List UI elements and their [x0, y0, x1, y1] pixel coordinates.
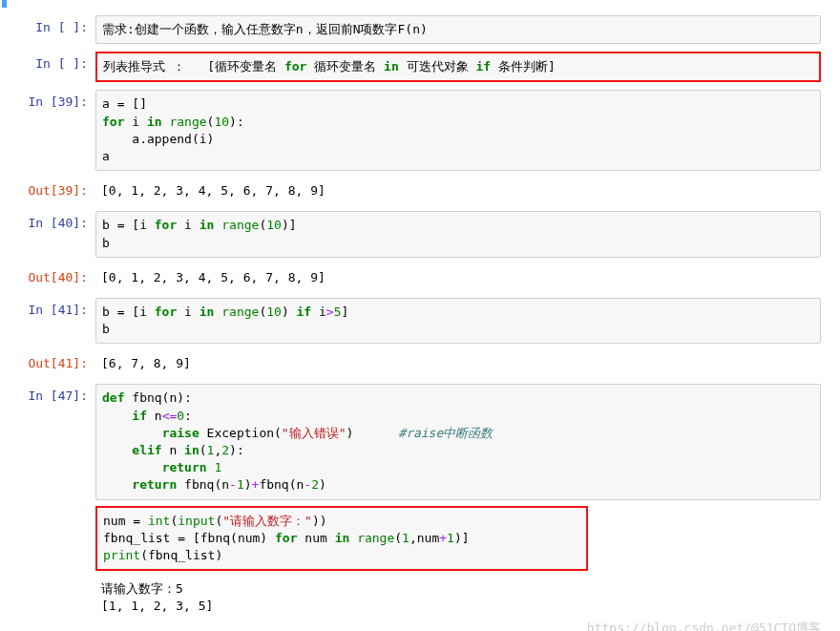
notebook: In [ ]:需求:创建一个函数，输入任意数字n，返回前N项数字F(n)In […: [0, 0, 840, 631]
cell: Out[41]:[6, 7, 8, 9]: [0, 349, 840, 378]
code-input[interactable]: 需求:创建一个函数，输入任意数字n，返回前N项数字F(n): [95, 15, 821, 44]
input-wrapper: 列表推导式 ： [循环变量名 for 循环变量名 in 可迭代对象 if 条件判…: [95, 52, 830, 82]
top-bar: [2, 0, 837, 8]
cell: In [39]:a = []for i in range(10): a.appe…: [0, 88, 840, 173]
code-input[interactable]: b = [i for i in range(10) if i>5]b: [95, 298, 821, 344]
input-wrapper: b = [i for i in range(10) if i>5]b: [95, 298, 830, 344]
input-prompt: In [41]:: [0, 298, 95, 323]
output-area: [0, 1, 2, 3, 4, 5, 6, 7, 8, 9]: [95, 265, 840, 290]
code-input[interactable]: def fbnq(n): if n<=0: raise Exception("输…: [95, 384, 821, 499]
cell: In [ ]:列表推导式 ： [循环变量名 for 循环变量名 in 可迭代对象…: [0, 50, 840, 84]
cell: In [40]:b = [i for i in range(10)]b: [0, 209, 840, 259]
input-prompt: In [40]:: [0, 211, 95, 236]
cell: In [47]:def fbnq(n): if n<=0: raise Exce…: [0, 382, 840, 620]
code-input[interactable]: 列表推导式 ： [循环变量名 for 循环变量名 in 可迭代对象 if 条件判…: [95, 52, 821, 82]
input-prompt: In [ ]:: [0, 15, 95, 40]
input-prompt: In [ ]:: [0, 52, 95, 76]
output-area: [0, 1, 2, 3, 4, 5, 6, 7, 8, 9]: [95, 179, 840, 203]
input-wrapper: b = [i for i in range(10)]b: [95, 211, 830, 257]
output-prompt: Out[41]:: [0, 351, 95, 376]
input-wrapper: a = []for i in range(10): a.append(i)a: [95, 90, 830, 171]
output-prompt: Out[39]:: [0, 179, 95, 203]
cell: Out[40]:[0, 1, 2, 3, 4, 5, 6, 7, 8, 9]: [0, 263, 840, 292]
code-input[interactable]: a = []for i in range(10): a.append(i)a: [95, 90, 821, 171]
cell: In [ ]:需求:创建一个函数，输入任意数字n，返回前N项数字F(n): [0, 13, 840, 46]
output-prompt: Out[40]:: [0, 265, 95, 290]
input-prompt: In [47]:: [0, 384, 95, 409]
input-wrapper: def fbnq(n): if n<=0: raise Exception("输…: [95, 384, 830, 619]
output-area: [6, 7, 8, 9]: [95, 351, 840, 376]
cell: In [41]:b = [i for i in range(10) if i>5…: [0, 296, 840, 346]
input-wrapper: 需求:创建一个函数，输入任意数字n，返回前N项数字F(n): [95, 15, 830, 44]
stdout: 请输入数字：5[1, 1, 2, 3, 5]: [95, 577, 830, 619]
cell: Out[39]:[0, 1, 2, 3, 4, 5, 6, 7, 8, 9]: [0, 177, 840, 205]
code-input-sub[interactable]: num = int(input("请输入数字："))fbnq_list = [f…: [95, 506, 588, 572]
watermark: https://blog.csdn.net/@51CTO博客: [0, 620, 840, 632]
input-prompt: In [39]:: [0, 90, 95, 115]
code-input[interactable]: b = [i for i in range(10)]b: [95, 211, 821, 257]
